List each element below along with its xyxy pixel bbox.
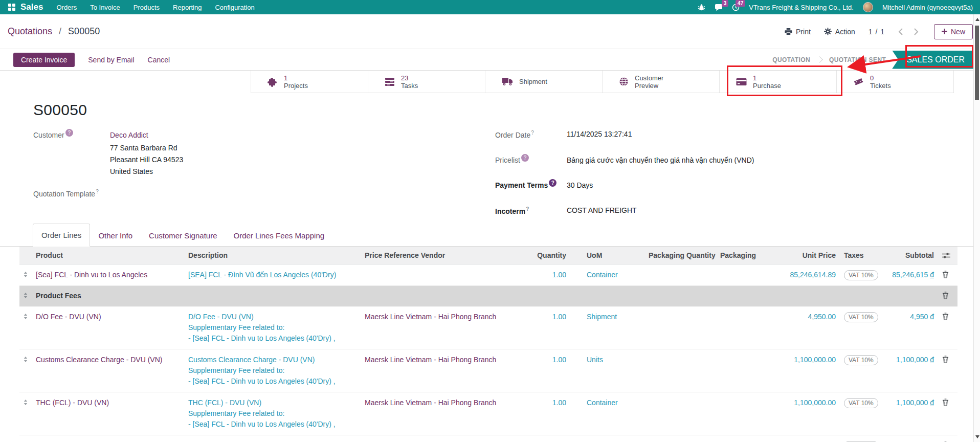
- description-text[interactable]: THC (FCL) - DVU (VN): [188, 397, 357, 408]
- stat-button-customer-preview[interactable]: Customer Preview: [603, 71, 720, 93]
- drag-handle-icon[interactable]: [24, 355, 28, 363]
- packaging-quantity-cell[interactable]: [644, 349, 716, 392]
- app-name[interactable]: Sales: [20, 2, 43, 12]
- nav-item-orders[interactable]: Orders: [56, 4, 77, 11]
- nav-item-to-invoice[interactable]: To Invoice: [90, 4, 120, 11]
- status-quotation[interactable]: QUOTATION: [766, 56, 816, 63]
- packaging-cell[interactable]: [716, 264, 762, 286]
- vendor-link[interactable]: Maersk Line Vietnam - Hai Phong Branch: [365, 356, 496, 364]
- packaging-quantity-cell[interactable]: [644, 264, 716, 286]
- unit-price-cell[interactable]: 1,100,000.00: [762, 392, 840, 435]
- packaging-quantity-cell[interactable]: [644, 435, 716, 442]
- tab-order-lines[interactable]: Order Lines: [33, 224, 90, 247]
- pricelist-value[interactable]: Bảng giá cước vận chuyển theo giá nhà vậ…: [567, 156, 904, 164]
- messages-icon[interactable]: 3: [715, 4, 723, 11]
- incoterm-value[interactable]: COST AND FREIGHT: [567, 206, 904, 214]
- order-date-value[interactable]: 11/14/2025 13:27:41: [567, 130, 904, 138]
- product-link[interactable]: D/O Fee - DVU (VN): [36, 313, 101, 321]
- packaging-quantity-cell[interactable]: [644, 392, 716, 435]
- uom-cell[interactable]: Container: [570, 435, 644, 442]
- puzzle-icon: [268, 77, 278, 87]
- section-label[interactable]: Product Fees: [36, 292, 81, 300]
- drag-handle-icon[interactable]: [24, 270, 28, 278]
- cancel-button[interactable]: Cancel: [148, 56, 170, 64]
- scroll-up-arrow[interactable]: [975, 18, 979, 21]
- quantity-cell[interactable]: 1.00: [514, 349, 570, 392]
- status-quotation-sent[interactable]: QUOTATION SENT: [823, 56, 892, 63]
- customer-link[interactable]: Deco Addict: [110, 131, 148, 139]
- stat-button-tickets[interactable]: 0 Tickets: [837, 71, 954, 93]
- stat-button-purchase[interactable]: 1 Purchase: [720, 71, 837, 93]
- vendor-link[interactable]: Maersk Line Vietnam - Hai Phong Branch: [365, 399, 496, 407]
- optional-columns-icon[interactable]: [942, 252, 953, 259]
- uom-cell[interactable]: Units: [570, 349, 644, 392]
- product-link[interactable]: [Sea] FCL - Dinh vu to Los Angeles: [36, 271, 147, 279]
- scroll-down-arrow[interactable]: [975, 435, 979, 438]
- drag-handle-icon[interactable]: [24, 312, 28, 320]
- tab-order-lines-fees-mapping[interactable]: Order Lines Fees Mapping: [225, 225, 332, 247]
- drag-handle-icon[interactable]: [24, 397, 28, 406]
- packaging-quantity-cell[interactable]: [644, 306, 716, 349]
- product-link[interactable]: THC (FCL) - DVU (VN): [36, 399, 109, 407]
- uom-cell[interactable]: Container: [570, 264, 644, 286]
- vendor-link[interactable]: Maersk Line Vietnam - Hai Phong Branch: [365, 313, 496, 321]
- nav-item-configuration[interactable]: Configuration: [215, 4, 254, 11]
- tax-badge[interactable]: VAT 10%: [844, 398, 878, 408]
- delete-row-icon[interactable]: [942, 270, 953, 278]
- payment-terms-value[interactable]: 30 Days: [567, 181, 904, 189]
- quantity-cell[interactable]: 1.00: [514, 392, 570, 435]
- delete-row-icon[interactable]: [942, 312, 953, 320]
- packaging-cell[interactable]: [716, 306, 762, 349]
- unit-price-cell[interactable]: 85,246,614.89: [762, 264, 840, 286]
- description-text[interactable]: Customs Clearance Charge - DVU (VN): [188, 355, 357, 365]
- quantity-cell[interactable]: 1.00: [514, 264, 570, 286]
- delete-row-icon[interactable]: [942, 355, 953, 363]
- stat-button-projects[interactable]: 1 Projects: [251, 71, 368, 93]
- uom-cell[interactable]: Container: [570, 392, 644, 435]
- breadcrumb-quotations[interactable]: Quotations: [8, 26, 52, 36]
- projects-count: 1: [284, 74, 308, 82]
- user-menu[interactable]: Mitchell Admin (qynoeeqvyt5a): [882, 4, 973, 11]
- description-text[interactable]: [SEA] FCL - Đình Vũ đến Los Angeles (40'…: [188, 270, 357, 280]
- stat-button-shipment[interactable]: Shipment: [485, 71, 603, 93]
- quantity-cell[interactable]: 1.00: [514, 435, 570, 442]
- pager-previous-button[interactable]: [898, 28, 903, 35]
- tax-badge[interactable]: VAT 10%: [844, 312, 878, 322]
- tab-customer-signature[interactable]: Customer Signature: [141, 225, 225, 247]
- action-menu-button[interactable]: Action: [824, 28, 855, 36]
- create-invoice-button[interactable]: Create Invoice: [13, 53, 75, 67]
- print-button[interactable]: Print: [785, 28, 811, 36]
- delete-row-icon[interactable]: [942, 397, 953, 406]
- pager-next-button[interactable]: [914, 28, 919, 35]
- stat-button-tasks[interactable]: 23 Tasks: [368, 71, 485, 93]
- unit-price-cell[interactable]: 4,950.00: [762, 306, 840, 349]
- new-button[interactable]: New: [934, 24, 973, 39]
- description-text[interactable]: D/O Fee - DVU (VN): [188, 312, 357, 322]
- quantity-cell[interactable]: 1.00: [514, 306, 570, 349]
- packaging-cell[interactable]: [716, 435, 762, 442]
- delete-row-icon[interactable]: [942, 291, 953, 299]
- send-by-email-button[interactable]: Send by Email: [88, 56, 134, 64]
- packaging-cell[interactable]: [716, 349, 762, 392]
- nav-item-reporting[interactable]: Reporting: [173, 4, 202, 11]
- status-sales-order[interactable]: SALES ORDER: [892, 51, 975, 69]
- vertical-scrollbar[interactable]: [973, 14, 980, 442]
- tax-badge[interactable]: VAT 10%: [844, 355, 878, 365]
- packaging-cell[interactable]: [716, 392, 762, 435]
- unit-price-cell[interactable]: 1,100,000.00: [762, 349, 840, 392]
- bug-icon[interactable]: [698, 4, 705, 11]
- drag-handle-icon[interactable]: [24, 291, 28, 299]
- apps-grid-icon[interactable]: [8, 4, 15, 11]
- company-switcher[interactable]: VTrans Freight & Shipping Co., Ltd.: [749, 4, 854, 11]
- activities-clock-icon[interactable]: 47: [732, 4, 740, 11]
- user-avatar[interactable]: [863, 2, 873, 12]
- nav-item-products[interactable]: Products: [133, 4, 160, 11]
- product-link[interactable]: Customs Clearance Charge - DVU (VN): [36, 356, 162, 364]
- tax-badge[interactable]: VAT 10%: [844, 270, 878, 280]
- uom-cell[interactable]: Shipment: [570, 306, 644, 349]
- action-bar: Create Invoice Send by Email Cancel QUOT…: [0, 49, 980, 71]
- control-panel: Quotations / S00050 Print Action 1 / 1 N…: [0, 14, 980, 49]
- unit-price-cell[interactable]: 1,320,000.00: [762, 435, 840, 442]
- tab-other-info[interactable]: Other Info: [90, 225, 141, 247]
- scrollbar-thumb[interactable]: [975, 26, 979, 100]
